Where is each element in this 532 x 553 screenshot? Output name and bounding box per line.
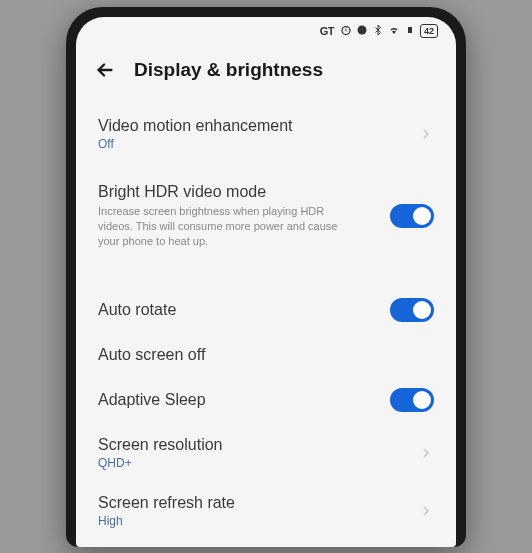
chevron-right-icon (418, 445, 434, 461)
setting-content: Adaptive Sleep (98, 391, 390, 409)
setting-title: Adaptive Sleep (98, 391, 390, 409)
setting-content: Bright HDR video mode Increase screen br… (98, 183, 390, 250)
setting-content: Video motion enhancement Off (98, 117, 418, 151)
setting-title: Video motion enhancement (98, 117, 418, 135)
toggle-bright-hdr[interactable] (390, 204, 434, 228)
setting-description: Increase screen brightness when playing … (98, 204, 358, 250)
setting-title: Screen refresh rate (98, 494, 418, 512)
bluetooth-icon (372, 24, 384, 38)
setting-title: Bright HDR video mode (98, 183, 390, 201)
toggle-auto-rotate[interactable] (390, 298, 434, 322)
setting-content: Screen resolution QHD+ (98, 436, 418, 470)
setting-screen-resolution[interactable]: Screen resolution QHD+ (98, 424, 434, 482)
settings-list: Video motion enhancement Off Bright HDR … (76, 101, 456, 547)
setting-title: Auto screen off (98, 346, 434, 364)
setting-value: High (98, 514, 418, 528)
setting-content: Screen refresh rate High (98, 494, 418, 528)
battery-icon: 42 (420, 24, 438, 38)
svg-rect-2 (408, 27, 412, 33)
setting-status: Off (98, 137, 418, 151)
setting-title: Screen resolution (98, 436, 418, 454)
setting-bright-hdr-video-mode[interactable]: Bright HDR video mode Increase screen br… (98, 167, 434, 266)
screen: GT 42 Display & brightness (76, 17, 456, 547)
page-title: Display & brightness (134, 59, 323, 81)
setting-content: Auto rotate (98, 301, 390, 319)
header: Display & brightness (76, 45, 456, 101)
setting-video-motion-enhancement[interactable]: Video motion enhancement Off (98, 101, 434, 167)
chevron-right-icon (418, 126, 434, 142)
svg-point-1 (357, 25, 366, 34)
alarm-icon (340, 24, 352, 38)
toggle-adaptive-sleep[interactable] (390, 388, 434, 412)
setting-adaptive-sleep[interactable]: Adaptive Sleep (98, 376, 434, 424)
do-not-disturb-icon (356, 24, 368, 38)
setting-title: Auto rotate (98, 301, 390, 319)
spacer (98, 266, 434, 286)
setting-content: Auto screen off (98, 346, 434, 364)
setting-value: QHD+ (98, 456, 418, 470)
setting-auto-rotate[interactable]: Auto rotate (98, 286, 434, 334)
chevron-right-icon (418, 503, 434, 519)
setting-auto-screen-off[interactable]: Auto screen off (98, 334, 434, 376)
vibrate-icon (404, 24, 416, 38)
setting-screen-refresh-rate[interactable]: Screen refresh rate High (98, 482, 434, 540)
phone-frame: GT 42 Display & brightness (66, 7, 466, 547)
wifi-icon (388, 24, 400, 38)
status-bar: GT 42 (76, 17, 456, 45)
gt-label: GT (320, 25, 334, 37)
back-arrow-icon[interactable] (94, 59, 116, 81)
